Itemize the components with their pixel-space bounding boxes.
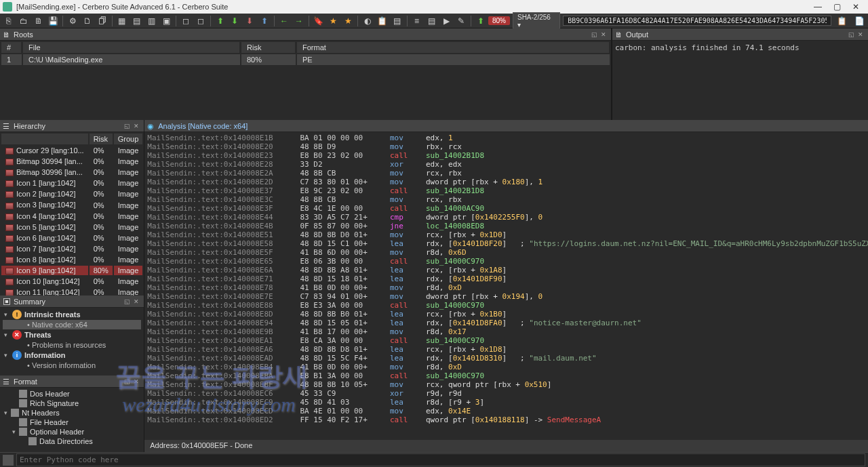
tool-btn[interactable]: ▥ [144, 15, 158, 27]
asm-line[interactable]: MailSendin:.text:0x140008E71 48 8D 15 18… [147, 275, 868, 283]
hierarchy-row[interactable]: Bitmap 30996 [lan...0%Image [1, 167, 142, 177]
col-num[interactable]: # [1, 42, 22, 53]
format-item[interactable]: Data Directories [3, 436, 141, 446]
tool-btn[interactable]: ★ [341, 15, 355, 27]
hash-algo-select[interactable]: SHA-2/256 ▾ [513, 12, 560, 30]
asm-line[interactable]: MailSendin:.text:0x140008EA1 E8 CA 3A 00… [147, 336, 868, 345]
col-format[interactable]: Format [297, 42, 610, 53]
asm-line[interactable]: MailSendin:.text:0x140008EBA E8 B1 3A 00… [147, 371, 868, 380]
format-item[interactable]: File Header [3, 418, 141, 427]
asm-line[interactable]: MailSendin:.text:0x140008E2A 48 8B CB mo… [147, 169, 868, 178]
asm-line[interactable]: MailSendin:.text:0x140008ED2 FF 15 40 F2… [147, 415, 868, 424]
panel-close-icon[interactable]: ✕ [599, 30, 608, 39]
panel-pin-icon[interactable]: ◱ [122, 121, 132, 131]
asm-line[interactable]: MailSendin:.text:0x140008E9B 41 B8 17 00… [147, 327, 868, 336]
asm-line[interactable]: MailSendin:.text:0x140008EB4 41 B8 0D 00… [147, 363, 868, 371]
tool-btn[interactable]: 📄 [852, 15, 866, 27]
hierarchy-row[interactable]: Icon 6 [lang:1042]0%Image [1, 233, 142, 243]
asm-line[interactable]: MailSendin:.text:0x140008E2D C7 83 80 01… [147, 178, 868, 186]
asm-line[interactable]: MailSendin:.text:0x140008E94 48 8D 15 05… [147, 319, 868, 327]
tool-btn[interactable]: ◻ [194, 15, 208, 27]
tool-btn[interactable]: 🔖 [312, 15, 326, 27]
tool-btn[interactable]: ⬆ [258, 15, 271, 27]
summary-sub-item[interactable]: • Version information [3, 361, 141, 370]
tool-btn[interactable]: ⬇ [229, 15, 242, 27]
asm-line[interactable]: MailSendin:.text:0x140008EC6 45 33 C9 xo… [147, 389, 868, 398]
asm-line[interactable]: MailSendin:.text:0x140008E51 48 8D 8B D0… [147, 230, 868, 239]
tool-btn[interactable]: 🗀 [17, 15, 31, 27]
hierarchy-row[interactable]: Icon 7 [lang:1042]0%Image [1, 244, 142, 253]
asm-line[interactable]: MailSendin:.text:0x140008E44 83 3D A5 C7… [147, 213, 868, 222]
tool-btn[interactable]: ▶ [439, 15, 453, 27]
tool-btn[interactable]: 🗎 [32, 15, 45, 27]
asm-line[interactable]: MailSendin:.text:0x140008EBF 48 8B 8B 10… [147, 380, 868, 389]
tool-btn[interactable]: ← [277, 15, 291, 27]
tool-btn[interactable]: ⎘ [2, 15, 16, 27]
hierarchy-row[interactable]: Icon 3 [lang:1042]0%Image [1, 200, 142, 209]
tool-btn[interactable]: ≡ [410, 15, 424, 27]
hierarchy-row[interactable]: Icon 5 [lang:1042]0%Image [1, 222, 142, 232]
panel-pin-icon[interactable]: ◱ [122, 377, 132, 386]
tool-btn[interactable]: 🗍 [96, 15, 109, 27]
col-risk[interactable]: Risk [241, 42, 296, 53]
summary-item[interactable]: ▾✕Threats [3, 329, 141, 340]
asm-line[interactable]: MailSendin:.text:0x140008E7E C7 83 94 01… [147, 292, 868, 301]
hierarchy-row[interactable]: Icon 11 [lang:1042]0%Image [1, 287, 142, 296]
tool-btn[interactable]: ◐ [361, 15, 374, 27]
format-item[interactable]: Dos Header [3, 389, 141, 399]
tool-btn[interactable]: ⬆ [474, 15, 488, 27]
asm-line[interactable]: MailSendin:.text:0x140008E1B BA 01 00 00… [147, 134, 868, 142]
format-item[interactable]: Nt Headers [3, 408, 141, 418]
tool-btn[interactable]: ▣ [159, 15, 173, 27]
panel-close-icon[interactable]: ✕ [132, 297, 141, 306]
asm-line[interactable]: MailSendin:.text:0x140008EC9 45 8D 41 03… [147, 398, 868, 407]
panel-pin-icon[interactable]: ◱ [122, 297, 132, 306]
asm-line[interactable]: MailSendin:.text:0x140008E28 33 D2 xor e… [147, 160, 868, 169]
panel-close-icon[interactable]: ✕ [856, 30, 865, 39]
panel-close-icon[interactable]: ✕ [132, 377, 141, 386]
tool-btn[interactable]: ▤ [130, 15, 144, 27]
asm-line[interactable]: MailSendin:.text:0x140008E6A 48 8D 8B A8… [147, 266, 868, 275]
tool-btn[interactable]: 📋 [376, 15, 389, 27]
asm-line[interactable]: MailSendin:.text:0x140008E23 E8 B0 23 02… [147, 151, 868, 160]
hierarchy-row[interactable]: Icon 4 [lang:1042]0%Image [1, 211, 142, 221]
summary-item[interactable]: ▾!Intrinsic threats [3, 309, 141, 320]
asm-line[interactable]: MailSendin:.text:0x140008E4B 0F 85 87 00… [147, 222, 868, 230]
asm-line[interactable]: MailSendin:.text:0x140008E78 41 B8 0D 00… [147, 283, 868, 292]
hierarchy-row[interactable]: Cursor 29 [lang:10...0%Image [1, 146, 142, 155]
tool-btn[interactable]: ▤ [391, 15, 404, 27]
asm-line[interactable]: MailSendin:.text:0x140008EA6 48 8D 8B D8… [147, 345, 868, 354]
maximize-button[interactable]: ▢ [827, 1, 846, 13]
hierarchy-row[interactable]: Icon 9 [lang:1042]80%Image [1, 266, 142, 275]
asm-line[interactable]: MailSendin:.text:0x140008E3C 48 8B CB mo… [147, 195, 868, 204]
format-item[interactable]: Optional Header [3, 427, 141, 436]
panel-pin-icon[interactable]: ◱ [589, 30, 599, 39]
close-button[interactable]: ✕ [846, 1, 865, 13]
summary-sub-item[interactable]: • Native code: x64 [3, 320, 141, 329]
panel-pin-icon[interactable]: ◱ [846, 30, 856, 39]
tool-btn[interactable]: ▤ [425, 15, 438, 27]
asm-line[interactable]: MailSendin:.text:0x140008E58 48 8D 15 C1… [147, 239, 868, 248]
hierarchy-row[interactable]: Icon 10 [lang:1042]0%Image [1, 277, 142, 286]
tool-btn[interactable]: 💾 [46, 15, 60, 27]
tool-btn[interactable]: ⬆ [214, 15, 227, 27]
python-input[interactable] [16, 453, 865, 466]
col-file[interactable]: File [23, 42, 240, 53]
hierarchy-row[interactable]: Icon 1 [lang:1042]0%Image [1, 178, 142, 188]
tool-btn[interactable]: ★ [326, 15, 340, 27]
summary-sub-item[interactable]: • Problems in resources [3, 340, 141, 350]
hierarchy-row[interactable]: Icon 8 [lang:1042]0%Image [1, 255, 142, 264]
roots-row[interactable]: 1 C:\U \MailSending.exe 80% PE [1, 54, 610, 65]
hierarchy-row[interactable]: Bitmap 30994 [lan...0%Image [1, 157, 142, 166]
panel-close-icon[interactable]: ✕ [132, 121, 141, 131]
tool-btn[interactable]: → [292, 15, 306, 27]
disassembly-view[interactable]: MailSendin:.text:0x140008E1B BA 01 00 00… [144, 132, 868, 440]
asm-line[interactable]: MailSendin:.text:0x140008E8D 48 8D 8B B0… [147, 310, 868, 319]
tool-btn[interactable]: ⬇ [243, 15, 256, 27]
asm-line[interactable]: MailSendin:.text:0x140008ECD BA 4E 01 00… [147, 407, 868, 415]
format-item[interactable]: Rich Signature [3, 399, 141, 408]
asm-line[interactable]: MailSendin:.text:0x140008E20 48 8B D9 mo… [147, 142, 868, 151]
asm-line[interactable]: MailSendin:.text:0x140008E65 E8 06 3B 00… [147, 257, 868, 266]
tool-btn[interactable]: ◻ [179, 15, 193, 27]
tool-btn[interactable]: ▦ [115, 15, 129, 27]
